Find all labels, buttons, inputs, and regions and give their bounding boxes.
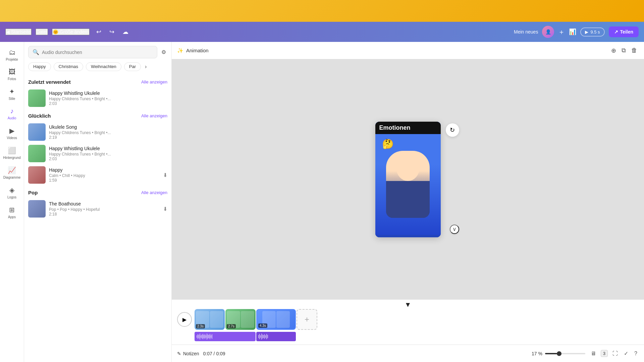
help-button[interactable]: ? — [633, 349, 639, 358]
chart-button[interactable]: 📊 — [569, 28, 576, 36]
projekte-icon: 🗂 — [9, 49, 15, 56]
clip-thumb-1b — [210, 311, 223, 328]
track-duration-5: 2:18 — [49, 212, 160, 217]
file-button[interactable]: Datei — [36, 28, 48, 35]
tag-weihnachten[interactable]: Weihnachten — [86, 62, 121, 71]
track-item-3[interactable]: Happy Whistling Ukulele Happy Childrens … — [28, 143, 167, 164]
sidebar-item-fotos[interactable]: 🖼 Fotos — [1, 65, 23, 83]
preview-wrapper: Emotionen 🤔 ↻ ∨ — [375, 122, 441, 237]
sidebar-item-hintergrund[interactable]: ⬜ Hintergrund — [1, 144, 23, 162]
preview-title: Emotionen — [379, 124, 411, 131]
delete-button[interactable]: 🗑 — [630, 46, 639, 56]
download-icon-5[interactable]: ⬇ — [163, 206, 167, 212]
search-input[interactable] — [42, 50, 153, 55]
tag-christmas[interactable]: Christmas — [54, 62, 84, 71]
preview-card-bg: Emotionen 🤔 — [375, 122, 441, 237]
sidebar-stile-label: Stile — [9, 97, 15, 101]
recently-used-show-all[interactable]: Alle anzeigen — [141, 79, 167, 84]
happy-show-all[interactable]: Alle anzeigen — [141, 113, 167, 118]
pop-section-header: Pop Alle anzeigen — [28, 190, 167, 195]
share-button[interactable]: ↗ Teilen — [609, 26, 639, 37]
tag-par[interactable]: Par — [124, 62, 141, 71]
undo-button[interactable]: ↩ — [94, 27, 104, 37]
search-area: 🔍 ⚙ — [24, 42, 171, 62]
clip-1[interactable]: 2.3s — [195, 309, 225, 330]
timeline-play-button[interactable]: ▶ — [177, 312, 192, 327]
canvas-area: ✨ Animation ⊕ ⧉ 🗑 Emotionen 🤔 — [172, 42, 644, 362]
notes-icon: ✎ — [177, 351, 181, 356]
check-button[interactable]: ✓ — [623, 349, 630, 358]
audio-wave-2 — [258, 334, 268, 340]
track-name-4: Happy — [49, 167, 160, 173]
sidebar-item-stile[interactable]: ✦ Stile — [1, 85, 23, 103]
zoom-slider-thumb[interactable] — [557, 351, 561, 356]
filter-button[interactable]: ⚙ — [160, 48, 167, 57]
sidebar-item-projekte[interactable]: 🗂 Projekte — [1, 46, 23, 64]
track-duration-4: 1:59 — [49, 178, 160, 183]
track-item-5[interactable]: The Boathouse Pop • Pop • Happy • Hopefu… — [28, 198, 167, 220]
duplicate-button[interactable]: ⧉ — [620, 46, 627, 56]
track-item-4[interactable]: Happy Calm • Chill • Happy 1:59 ⬇ — [28, 164, 167, 186]
track-meta-1: Happy Childrens Tunes • Bright •... — [49, 97, 167, 101]
redo-button[interactable]: ↪ — [107, 27, 117, 37]
clip-3[interactable]: 4.3s — [256, 309, 296, 330]
sidebar-item-logos[interactable]: ◈ Logos — [1, 183, 23, 202]
view-desktop-button[interactable]: 🖥 — [589, 349, 597, 358]
sidebar-item-audio[interactable]: ♪ Audio — [1, 105, 23, 123]
tag-happy[interactable]: Happy — [28, 62, 51, 71]
audio-track-1[interactable] — [195, 332, 256, 341]
track-name-3: Happy Whistling Ukulele — [49, 146, 167, 151]
animation-title: Animation — [186, 48, 209, 53]
size-button[interactable]: 🌞 Größe ändern — [52, 28, 90, 35]
clip-2[interactable]: 2.7s — [225, 309, 256, 330]
refresh-button[interactable]: ↻ — [446, 123, 459, 137]
top-banner — [0, 0, 644, 22]
canvas-toolbar: ✨ Animation ⊕ ⧉ 🗑 — [172, 42, 644, 59]
sidebar-apps-label: Apps — [8, 215, 16, 219]
sidebar-videos-label: Videos — [7, 136, 17, 140]
track-duration-3: 2:03 — [49, 157, 167, 161]
size-label: Größe ändern — [60, 29, 89, 35]
happy-section-title: Glücklich — [28, 113, 51, 119]
preview-emoji: 🤔 — [382, 138, 394, 149]
track-meta-5: Pop • Pop • Happy • Hopeful — [49, 207, 160, 212]
add-clip-button[interactable]: + — [297, 309, 317, 330]
notes-button[interactable]: ✎ Notizen — [177, 351, 199, 356]
page-badge: 3 — [601, 350, 608, 357]
panel-content: Zuletzt verwendet Alle anzeigen Happy Wh… — [24, 75, 171, 362]
play-time-button[interactable]: ▶ 9.5 s — [580, 27, 604, 37]
download-icon-4[interactable]: ⬇ — [163, 172, 167, 178]
clip-1-label: 2.3s — [196, 324, 205, 328]
track-name-1: Happy Whistling Ukulele — [49, 90, 167, 96]
project-title: Mein neues — [514, 29, 538, 35]
user-avatar[interactable]: 👤 — [542, 26, 554, 38]
track-item-1[interactable]: Happy Whistling Ukulele Happy Childrens … — [28, 87, 167, 109]
collapse-button[interactable]: ∨ — [450, 225, 459, 234]
cloud-button[interactable]: ☁ — [120, 27, 131, 37]
diagramme-icon: 📈 — [8, 166, 16, 174]
fullscreen-button[interactable]: ⛶ — [611, 349, 619, 358]
sidebar-item-apps[interactable]: ⊞ Apps — [1, 203, 23, 222]
pop-section-title: Pop — [28, 190, 38, 195]
zoom-slider[interactable] — [545, 353, 585, 354]
search-box[interactable]: 🔍 — [28, 46, 157, 58]
pop-show-all[interactable]: Alle anzeigen — [141, 190, 167, 195]
animation-sparkle-icon: ✨ — [177, 48, 183, 54]
audio-wave-1 — [197, 334, 212, 340]
back-button[interactable]: ◀ Startseite — [5, 28, 32, 35]
track-duration-1: 2:03 — [49, 101, 167, 106]
time-display: 0:07 / 0:09 — [203, 351, 225, 356]
main-content: 🗂 Projekte 🖼 Fotos ✦ Stile ♪ Audio ▶ Vid… — [0, 42, 644, 362]
sidebar-item-diagramme[interactable]: 📈 Diagramme — [1, 164, 23, 182]
track-item-2[interactable]: Ukulele Song Happy Childrens Tunes • Bri… — [28, 121, 167, 143]
header: ◀ Startseite Datei 🌞 Größe ändern ↩ ↪ ☁ … — [0, 22, 644, 42]
animation-label: ✨ Animation — [177, 48, 209, 54]
add-button[interactable]: ＋ — [558, 27, 565, 37]
sidebar-item-videos[interactable]: ▶ Videos — [1, 124, 23, 142]
header-right: Mein neues 👤 ＋ 📊 ▶ 9.5 s ↗ Teilen — [514, 26, 639, 38]
audio-track-2[interactable] — [256, 332, 296, 341]
status-right: 🖥 3 ⛶ ✓ ? — [589, 349, 639, 358]
add-media-button[interactable]: ⊕ — [610, 46, 618, 56]
tag-more-button[interactable]: › — [144, 62, 148, 71]
track-meta-3: Happy Childrens Tunes • Bright •... — [49, 152, 167, 157]
